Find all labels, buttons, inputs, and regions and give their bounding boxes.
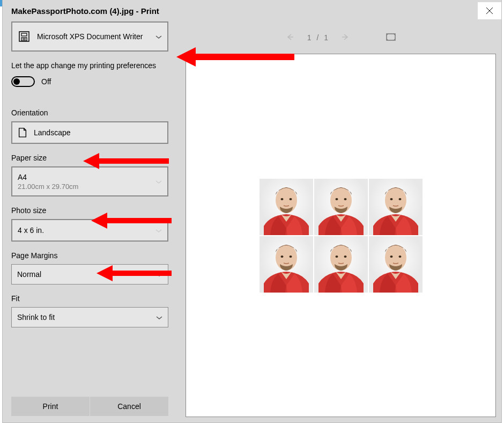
dialog-content: Microsoft XPS Document Writer Let the ap…	[3, 21, 501, 422]
chevron-down-icon	[155, 177, 162, 186]
page-current: 1	[307, 33, 312, 42]
page-margins-selector[interactable]: Normal	[11, 264, 168, 285]
svg-point-12	[280, 198, 283, 200]
page-margins-label: Page Margins	[11, 251, 168, 260]
close-icon	[486, 8, 493, 14]
preferences-label: Let the app change my printing preferenc…	[11, 61, 168, 70]
svg-point-33	[398, 256, 401, 258]
paper-size-dimensions: 21.00cm x 29.70cm	[18, 183, 78, 191]
cancel-button[interactable]: Cancel	[90, 397, 168, 416]
close-button[interactable]	[478, 2, 501, 19]
svg-rect-3	[21, 33, 27, 36]
button-row: Print Cancel	[11, 397, 168, 416]
passport-photo-grid	[260, 179, 423, 293]
svg-point-25	[289, 256, 292, 258]
fit-selector[interactable]: Shrink to fit	[11, 307, 168, 327]
next-page-button[interactable]	[341, 33, 350, 42]
fit-value: Shrink to fit	[17, 313, 55, 322]
previous-page-button[interactable]	[286, 33, 294, 42]
printer-icon	[18, 30, 31, 43]
settings-sidebar: Microsoft XPS Document Writer Let the ap…	[3, 21, 177, 422]
print-dialog: MakePassportPhoto.com (4).jpg - Print Mi…	[2, 0, 502, 423]
passport-photo	[314, 179, 368, 235]
photo-size-selector[interactable]: 4 x 6 in.	[11, 219, 168, 242]
page-separator: /	[317, 33, 319, 42]
paper-size-value: A4	[18, 173, 78, 181]
dialog-title: MakePassportPhoto.com (4).jpg - Print	[11, 6, 159, 16]
svg-point-17	[344, 198, 346, 200]
passport-photo	[260, 236, 313, 293]
page-landscape-icon	[18, 127, 27, 138]
chevron-down-icon	[155, 32, 162, 41]
toggle-knob	[13, 78, 20, 85]
passport-photo	[260, 179, 313, 235]
svg-point-24	[280, 256, 283, 258]
fit-label: Fit	[11, 294, 168, 303]
page-margins-value: Normal	[17, 270, 41, 279]
fullscreen-icon	[386, 33, 396, 41]
printer-name: Microsoft XPS Document Writer	[37, 32, 143, 41]
svg-point-13	[289, 198, 292, 200]
svg-rect-9	[387, 34, 395, 40]
print-page-preview	[191, 123, 491, 348]
svg-point-29	[344, 256, 346, 258]
chevron-down-icon	[155, 225, 162, 235]
page-navigation: 1 / 1	[186, 21, 496, 54]
photo-size-label: Photo size	[11, 206, 168, 215]
titlebar: MakePassportPhoto.com (4).jpg - Print	[3, 0, 501, 21]
preview-canvas	[186, 54, 496, 417]
passport-photo	[369, 236, 423, 293]
paper-size-selector[interactable]: A4 21.00cm x 29.70cm	[11, 166, 168, 196]
orientation-value: Landscape	[34, 128, 71, 137]
svg-point-21	[398, 198, 401, 200]
orientation-selector[interactable]: Landscape	[11, 121, 168, 144]
svg-rect-4	[21, 38, 27, 41]
preview-panel: 1 / 1	[177, 21, 501, 422]
preferences-toggle[interactable]	[11, 76, 35, 87]
svg-point-20	[390, 198, 392, 200]
paper-size-label: Paper size	[11, 154, 168, 162]
preferences-toggle-row: Off	[11, 76, 168, 87]
passport-photo	[314, 236, 368, 293]
svg-point-16	[335, 198, 338, 200]
print-button[interactable]: Print	[11, 397, 90, 416]
passport-photo	[369, 179, 423, 235]
photo-size-value: 4 x 6 in.	[18, 226, 44, 235]
printer-selector[interactable]: Microsoft XPS Document Writer	[11, 21, 168, 52]
chevron-down-icon	[156, 269, 162, 279]
orientation-label: Orientation	[11, 108, 168, 117]
fullscreen-button[interactable]	[386, 33, 396, 42]
page-total: 1	[324, 33, 328, 42]
preferences-toggle-value: Off	[41, 77, 51, 86]
svg-point-32	[390, 256, 392, 258]
chevron-down-icon	[156, 312, 162, 322]
svg-point-28	[335, 256, 338, 258]
